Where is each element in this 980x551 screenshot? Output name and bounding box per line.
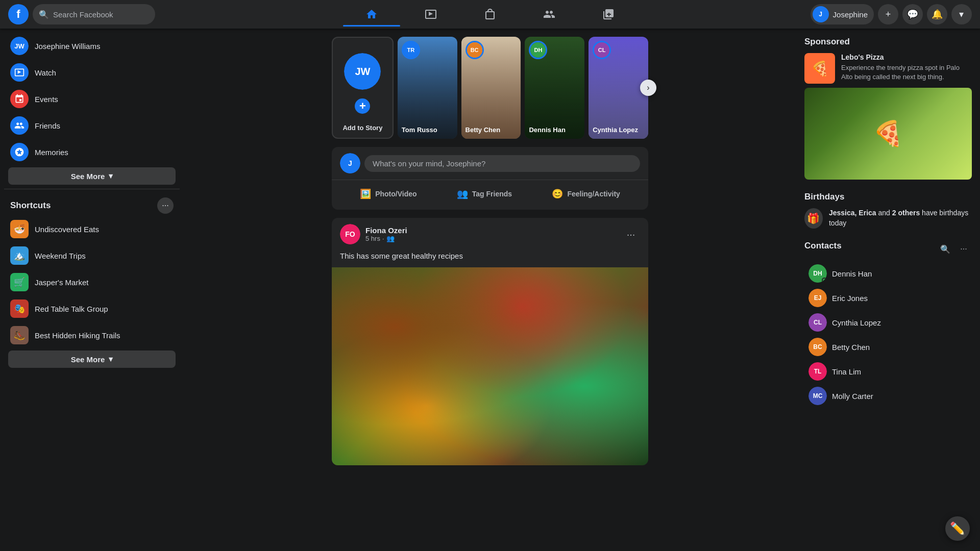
birthday-item: 🎁 Jessica, Erica and 2 others have birth…: [804, 208, 972, 229]
post-author-avatar[interactable]: FO: [340, 224, 360, 244]
post-time-dot: ·: [382, 235, 384, 242]
watch-icon: [10, 63, 29, 82]
red-table-talk-label: Red Table Talk Group: [35, 305, 108, 313]
memories-icon: [10, 143, 29, 161]
topbar-left: f 🔍: [8, 4, 329, 24]
story-cynthia-name: Cynthia Lopez: [593, 126, 644, 134]
contacts-more-button[interactable]: ···: [955, 241, 972, 257]
contacts-section: Contacts 🔍 ··· DH Dennis Han EJ Eric Jon…: [804, 241, 972, 408]
profile-initials: JW: [10, 37, 29, 55]
user-name: Josephine: [833, 10, 868, 19]
contact-cynthia-lopez[interactable]: CL Cynthia Lopez: [804, 310, 972, 335]
sidebar-item-jaspers-market[interactable]: 🛒 Jasper's Market: [4, 269, 180, 295]
story-tom-russo[interactable]: TR Tom Russo: [398, 37, 457, 139]
sponsored-name[interactable]: Lebo's Pizza: [841, 53, 972, 61]
plus-icon: +: [886, 9, 891, 20]
story-dennis-initials: DH: [530, 42, 546, 58]
post-author-name[interactable]: Fiona Ozeri: [365, 226, 617, 235]
sponsored-title: Sponsored: [804, 37, 972, 47]
contact-tina-lim[interactable]: TL Tina Lim: [804, 359, 972, 384]
birthday-others[interactable]: 2 others: [892, 209, 920, 217]
story-cynthia-avatar: CL: [593, 41, 611, 59]
shortcuts-title: Shortcuts: [10, 201, 51, 211]
nav-watch[interactable]: [402, 2, 459, 27]
messenger-button[interactable]: 💬: [902, 4, 923, 24]
contact-betty-avatar: BC: [808, 338, 827, 356]
friends-icon: [10, 116, 29, 135]
weekend-trips-thumb: 🏔️: [10, 246, 29, 265]
sponsored-image-inner: 🍕: [804, 88, 972, 180]
topbar-nav: [329, 2, 650, 27]
nav-groups[interactable]: [521, 2, 578, 27]
settings-button[interactable]: ▾: [951, 4, 972, 24]
notifications-button[interactable]: 🔔: [927, 4, 947, 24]
sponsored-image[interactable]: 🍕: [804, 88, 972, 180]
contact-betty-name: Betty Chen: [832, 343, 870, 352]
sidebar-item-memories[interactable]: Memories: [4, 139, 180, 165]
sponsored-card: 🍕 Lebo's Pizza Experience the trendy piz…: [804, 53, 972, 84]
shortcuts-more-button[interactable]: ···: [157, 197, 174, 214]
post-box-top: J: [340, 153, 640, 173]
photo-video-label: Photo/Video: [375, 190, 416, 198]
contact-tina-initials: TL: [808, 362, 827, 381]
feeling-label: Feeling/Activity: [567, 190, 620, 198]
sidebar-item-friends[interactable]: Friends: [4, 112, 180, 139]
search-bar[interactable]: 🔍: [33, 4, 155, 24]
birthday-names[interactable]: Jessica, Erica: [829, 209, 876, 217]
stories-next-button[interactable]: ›: [640, 80, 656, 96]
photo-video-button[interactable]: 🖼️ Photo/Video: [352, 184, 425, 204]
weekend-trips-label: Weekend Trips: [35, 252, 86, 260]
post-more-button[interactable]: ···: [622, 225, 640, 243]
post-actions: 🖼️ Photo/Video 👥 Tag Friends 😊 Feeling/A…: [340, 184, 640, 204]
story-dennis-han[interactable]: DH Dennis Han: [525, 37, 584, 139]
sidebar-item-profile[interactable]: JW Josephine Williams: [4, 33, 180, 59]
sponsored-info: Lebo's Pizza Experience the trendy pizza…: [841, 53, 972, 82]
user-initials: J: [813, 6, 829, 22]
user-chip[interactable]: J Josephine: [811, 4, 874, 24]
nav-gaming[interactable]: [580, 2, 637, 27]
sidebar-item-hiking-trails[interactable]: 🥾 Best Hidden Hiking Trails: [4, 322, 180, 348]
post-input[interactable]: [364, 155, 640, 172]
see-more-nav-button[interactable]: See More ▾: [8, 167, 176, 185]
feeling-button[interactable]: 😊 Feeling/Activity: [544, 184, 628, 204]
story-betty-avatar: BC: [465, 41, 484, 59]
sidebar-item-red-table-talk[interactable]: 🎭 Red Table Talk Group: [4, 295, 180, 322]
undiscovered-eats-label: Undiscovered Eats: [35, 225, 99, 234]
chevron-down-icon: ▾: [959, 9, 964, 20]
contact-cynthia-initials: CL: [808, 313, 827, 332]
add-story-card[interactable]: JW + Add to Story: [332, 37, 394, 139]
sidebar-item-weekend-trips[interactable]: 🏔️ Weekend Trips: [4, 242, 180, 269]
contact-eric-jones[interactable]: EJ Eric Jones: [804, 286, 972, 310]
chevron-down-icon-2: ▾: [109, 355, 113, 364]
bell-icon: 🔔: [932, 9, 943, 20]
contact-betty-chen[interactable]: BC Betty Chen: [804, 335, 972, 359]
story-betty-chen[interactable]: BC Betty Chen: [461, 37, 521, 139]
sidebar-item-undiscovered-eats[interactable]: 🍜 Undiscovered Eats: [4, 216, 180, 242]
add-story-user-initials: JW: [344, 53, 381, 90]
new-chat-button[interactable]: ✏️: [945, 516, 970, 541]
search-input[interactable]: [53, 10, 149, 19]
story-dennis-name: Dennis Han: [529, 126, 580, 134]
create-button[interactable]: +: [878, 4, 898, 24]
contact-dennis-han[interactable]: DH Dennis Han: [804, 261, 972, 286]
story-betty-initials: BC: [467, 42, 482, 58]
chevron-down-icon: ▾: [109, 171, 113, 181]
nav-home[interactable]: [343, 2, 400, 27]
sponsored-logo: 🍕: [804, 53, 835, 84]
topbar-right: J Josephine + 💬 🔔 ▾: [651, 4, 972, 24]
contact-molly-carter[interactable]: MC Molly Carter: [804, 384, 972, 408]
nav-marketplace[interactable]: [461, 2, 519, 27]
main-layout: JW Josephine Williams Watch Events Frien…: [0, 29, 980, 551]
facebook-logo[interactable]: f: [8, 4, 29, 24]
contacts-search-button[interactable]: 🔍: [937, 241, 953, 257]
see-more-shortcuts-button[interactable]: See More ▾: [8, 350, 176, 368]
contact-eric-initials: EJ: [808, 289, 827, 307]
sidebar-item-events[interactable]: Events: [4, 86, 180, 112]
sidebar-item-watch[interactable]: Watch: [4, 59, 180, 86]
contacts-actions: 🔍 ···: [937, 241, 972, 257]
story-cynthia-lopez[interactable]: CL Cynthia Lopez: [589, 37, 648, 139]
post-divider: [332, 180, 648, 180]
red-table-talk-thumb: 🎭: [10, 299, 29, 318]
user-avatar: J: [813, 6, 829, 22]
tag-friends-button[interactable]: 👥 Tag Friends: [449, 184, 520, 204]
